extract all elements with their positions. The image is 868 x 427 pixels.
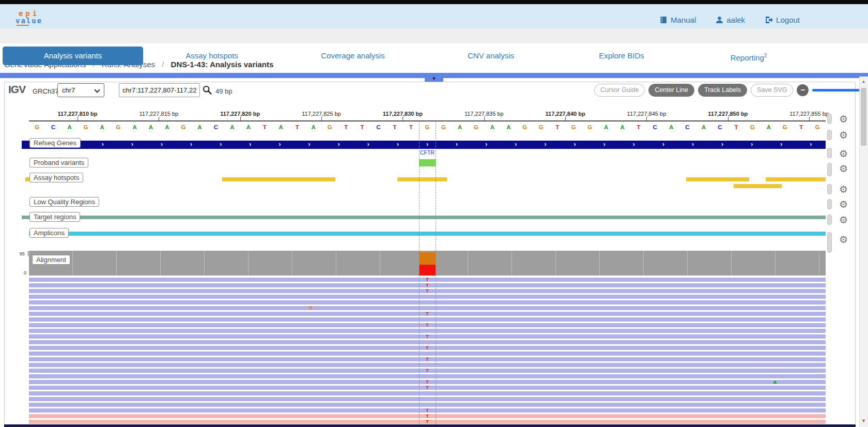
track-mini-scrollbar[interactable] xyxy=(827,232,832,253)
sequence-base: T xyxy=(793,124,809,131)
read-row[interactable] xyxy=(29,295,826,299)
center-line-guide-left xyxy=(419,122,420,424)
search-icon[interactable] xyxy=(203,85,212,97)
cursor-guide-button[interactable]: Cursor Guide xyxy=(594,84,645,97)
coverage-variant-orange[interactable] xyxy=(419,252,436,265)
refseq-strand-arrow-icon: › xyxy=(131,141,133,149)
logo-underline xyxy=(17,25,29,26)
read-row[interactable] xyxy=(29,306,826,310)
track-label-lowqual[interactable]: Low Quality Regions xyxy=(29,197,99,207)
read-row[interactable] xyxy=(29,403,826,407)
tab-analysis-variants[interactable]: Analysis variants xyxy=(3,47,143,65)
header-nav: Manual aalek Logout xyxy=(660,16,800,24)
tab-cnv-analysis[interactable]: CNV analysis xyxy=(468,47,514,65)
track-label-target[interactable]: Target regions xyxy=(29,212,80,222)
track-label-amplicons[interactable]: Amplicons xyxy=(29,228,69,238)
scrollbar-up-arrow-icon[interactable]: ▲ xyxy=(859,78,868,86)
scrollbar-thumb[interactable] xyxy=(861,88,866,146)
refseq-strand-arrow-icon: › xyxy=(338,141,340,149)
sequence-base: A xyxy=(305,124,321,131)
sequence-base: A xyxy=(761,124,777,131)
chromosome-select[interactable]: chr7 xyxy=(57,83,104,97)
assay-hotspot-bar[interactable] xyxy=(686,177,749,181)
track-settings-gear-icon[interactable]: ⚙ xyxy=(839,200,848,210)
sequence-base: A xyxy=(598,124,614,131)
assay-hotspot-bar[interactable] xyxy=(222,177,335,181)
assay-hotspot-bar[interactable] xyxy=(25,177,29,181)
scrollbar-down-arrow-icon[interactable]: ▼ xyxy=(859,417,868,425)
sequence-base: C xyxy=(45,124,61,131)
track-mini-scrollbar[interactable] xyxy=(827,199,832,209)
tab-explore-bids[interactable]: Explore BIDs xyxy=(599,47,644,65)
read-mismatch-base: T xyxy=(423,334,431,339)
track-settings-gear-icon[interactable]: ⚙ xyxy=(839,235,848,245)
read-row[interactable] xyxy=(29,397,826,401)
top-black-bar xyxy=(0,0,868,4)
read-row[interactable] xyxy=(29,317,826,322)
assay-hotspot-bar[interactable] xyxy=(397,177,447,181)
refseq-strand-arrow-icon: › xyxy=(780,141,782,149)
track-label-alignment[interactable]: Alignment xyxy=(32,255,70,265)
track-settings-gear-icon[interactable]: ⚙ xyxy=(839,215,848,225)
ruler-tick-label: 117,227,835 bp xyxy=(464,111,504,117)
assay-hotspot-bar[interactable] xyxy=(766,177,826,181)
read-row[interactable] xyxy=(29,363,826,367)
refseq-strand-arrow-icon: › xyxy=(603,141,606,149)
breadcrumb-separator: / xyxy=(162,60,164,69)
save-svg-button[interactable]: Save SVG xyxy=(751,84,793,97)
sequence-base: G xyxy=(533,124,549,131)
ruler-baseline xyxy=(29,120,826,121)
amplicons-bar[interactable] xyxy=(29,232,826,236)
track-settings-gear-icon[interactable]: ⚙ xyxy=(839,114,848,125)
logout-link[interactable]: Logout xyxy=(765,16,800,24)
track-settings-gear-icon[interactable]: ⚙ xyxy=(839,185,848,195)
track-label-assay[interactable]: Assay hotspots xyxy=(29,173,83,182)
track-label-proband[interactable]: Proband variants xyxy=(29,158,88,167)
sequence-base: G xyxy=(321,124,337,131)
read-row[interactable] xyxy=(29,300,826,304)
read-row[interactable] xyxy=(29,329,826,333)
read-mismatch-base: T xyxy=(423,386,431,390)
chevron-down-icon: ▼ xyxy=(432,76,437,81)
center-line-button[interactable]: Center Line xyxy=(648,84,694,97)
track-labels-button[interactable]: Track Labels xyxy=(698,84,747,97)
target-regions-bar[interactable] xyxy=(22,216,826,219)
track-mini-scrollbar[interactable] xyxy=(827,114,832,124)
track-settings-gear-icon[interactable]: ⚙ xyxy=(839,149,848,159)
refseq-gene-bar[interactable] xyxy=(22,141,826,149)
sequence-base: A xyxy=(484,124,500,131)
epivalue-logo[interactable]: epi value xyxy=(16,10,42,26)
coverage-variant-red[interactable] xyxy=(419,265,436,276)
read-row[interactable] xyxy=(29,391,826,395)
read-row[interactable] xyxy=(29,374,826,378)
track-mini-scrollbar[interactable] xyxy=(827,148,832,158)
sequence-base: T xyxy=(386,124,402,131)
sequence-base: G xyxy=(777,124,793,131)
sequence-base: A xyxy=(501,124,517,131)
read-mismatch-base: T xyxy=(423,289,431,294)
zoom-out-button[interactable]: − xyxy=(797,84,809,96)
tab-reporting[interactable]: Reporting2 xyxy=(731,47,767,65)
sequence-base: G xyxy=(29,124,45,131)
refseq-strand-arrow-icon: › xyxy=(397,141,399,149)
locus-input[interactable] xyxy=(119,83,200,97)
track-mini-scrollbar[interactable] xyxy=(827,184,832,194)
track-mini-scrollbar[interactable] xyxy=(827,215,832,225)
track-settings-gear-icon[interactable]: ⚙ xyxy=(839,130,848,141)
tab-coverage-analysis[interactable]: Coverage analysis xyxy=(321,47,384,65)
read-row[interactable] xyxy=(29,340,826,344)
manual-link[interactable]: Manual xyxy=(660,16,696,24)
track-mini-scrollbar[interactable] xyxy=(827,163,832,176)
track-settings-gear-icon[interactable]: ⚙ xyxy=(839,164,848,174)
sequence-base: G xyxy=(78,124,94,131)
track-label-refseq[interactable]: Refseq Genes xyxy=(29,138,81,148)
sequence-base: T xyxy=(338,124,354,131)
track-mini-scrollbar[interactable] xyxy=(827,130,832,140)
user-link[interactable]: aalek xyxy=(716,16,745,24)
tab-assay-hotspots[interactable]: Assay hotspots xyxy=(185,47,238,65)
read-row[interactable] xyxy=(29,352,826,356)
assay-hotspot-bar[interactable] xyxy=(734,184,782,188)
sequence-base: T xyxy=(403,124,419,131)
proband-variant-bar[interactable] xyxy=(419,159,436,166)
refseq-strand-arrow-icon: › xyxy=(102,141,104,149)
